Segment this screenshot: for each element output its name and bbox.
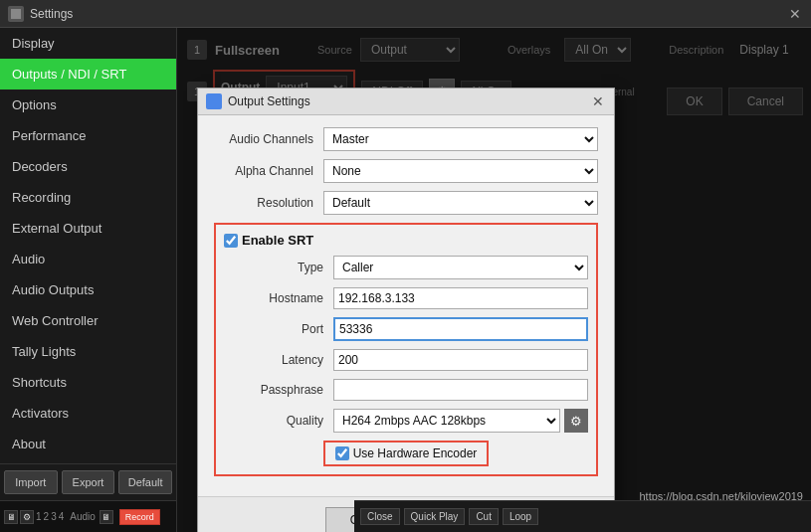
track-num-4: 4 [59, 511, 65, 522]
srt-latency-row: Latency [224, 349, 588, 371]
record-button[interactable]: Record [119, 509, 160, 525]
sidebar-item-outputs-ndi-srt[interactable]: Outputs / NDI / SRT [0, 59, 176, 89]
quality-select[interactable]: H264 2mbps AAC 128kbps [333, 409, 560, 433]
quality-row: Quality H264 2mbps AAC 128kbps ⚙ [224, 409, 588, 433]
srt-passphrase-label: Passphrase [224, 383, 333, 397]
audio-channels-label: Audio Channels [214, 132, 323, 146]
close-playback-button[interactable]: Close [360, 508, 400, 525]
track-num-1: 1 [36, 511, 42, 522]
output-settings-modal: Output Settings ✕ Audio Channels Master … [197, 88, 615, 532]
srt-hostname-label: Hostname [224, 291, 333, 305]
resolution-select[interactable]: Default [323, 191, 598, 215]
monitor2-icon[interactable]: 🖥 [100, 510, 113, 524]
modal-title-bar: Output Settings ✕ [198, 89, 614, 115]
enable-srt-label[interactable]: Enable SRT [224, 233, 313, 248]
sidebar-item-about[interactable]: About [0, 429, 176, 459]
srt-section: Enable SRT Type Caller Hostname [214, 223, 598, 476]
srt-type-row: Type Caller [224, 256, 588, 279]
window-title: Settings [30, 7, 73, 21]
sidebar-item-audio[interactable]: Audio [0, 244, 176, 274]
sidebar-nav: Display Outputs / NDI / SRT Options Perf… [0, 28, 176, 463]
modal-overlay: Output Settings ✕ Audio Channels Master … [177, 28, 811, 532]
audio-channels-select[interactable]: Master [323, 127, 598, 151]
srt-type-select[interactable]: Caller [333, 256, 588, 279]
srt-hostname-row: Hostname [224, 287, 588, 309]
srt-header: Enable SRT [224, 233, 588, 248]
sidebar-item-activators[interactable]: Activators [0, 398, 176, 429]
hw-encoder-label: Use Hardware Encoder [353, 446, 478, 460]
default-button[interactable]: Default [118, 470, 172, 494]
audio-label: Audio [70, 511, 96, 522]
sidebar-item-web-controller[interactable]: Web Controller [0, 305, 176, 336]
srt-latency-label: Latency [224, 353, 333, 367]
playback-strip: 🖥 ⚙ 1 2 3 4 Audio 🖥 Record [0, 500, 176, 532]
export-button[interactable]: Export [62, 470, 115, 494]
cut-button[interactable]: Cut [469, 508, 499, 525]
track-num-2: 2 [44, 511, 50, 522]
audio-channels-row: Audio Channels Master [214, 127, 598, 151]
app-icon [8, 6, 24, 22]
srt-type-label: Type [224, 261, 333, 274]
modal-close-button[interactable]: ✕ [590, 93, 606, 109]
srt-passphrase-input[interactable] [333, 379, 588, 401]
sidebar-item-performance[interactable]: Performance [0, 120, 176, 151]
sidebar-item-display[interactable]: Display [0, 28, 176, 59]
sidebar-item-tally-lights[interactable]: Tally Lights [0, 336, 176, 367]
sidebar-footer: Import Export Default [0, 463, 176, 500]
sidebar-item-audio-outputs[interactable]: Audio Outputs [0, 274, 176, 305]
main-content: 1 Fullscreen Source Output Overlays All … [177, 28, 811, 532]
title-bar: Settings ✕ [0, 0, 811, 28]
enable-srt-checkbox[interactable] [224, 234, 238, 248]
svg-rect-0 [11, 9, 21, 19]
alpha-channel-select[interactable]: None [323, 159, 598, 183]
modal-title: Output Settings [228, 94, 584, 108]
quick-play-button[interactable]: Quick Play [404, 508, 466, 525]
resolution-label: Resolution [214, 196, 323, 210]
alpha-channel-label: Alpha Channel [214, 164, 323, 178]
modal-body: Audio Channels Master Alpha Channel None [198, 115, 614, 496]
sidebar: Display Outputs / NDI / SRT Options Perf… [0, 28, 177, 532]
app-body: Display Outputs / NDI / SRT Options Perf… [0, 28, 811, 532]
sidebar-item-decoders[interactable]: Decoders [0, 151, 176, 182]
hw-encoder-box: Use Hardware Encoder [323, 441, 490, 466]
sidebar-item-external-output[interactable]: External Output [0, 213, 176, 244]
sidebar-item-options[interactable]: Options [0, 89, 176, 120]
srt-port-input[interactable] [333, 317, 588, 341]
quality-gear-button[interactable]: ⚙ [564, 409, 588, 433]
hw-encoder-row: Use Hardware Encoder [224, 441, 588, 466]
srt-port-label: Port [224, 322, 333, 336]
srt-port-row: Port [224, 317, 588, 341]
hw-encoder-checkbox[interactable] [335, 446, 349, 460]
loop-button[interactable]: Loop [503, 508, 538, 525]
playback-bar: Close Quick Play Cut Loop [354, 500, 811, 532]
quality-label: Quality [224, 414, 333, 428]
sidebar-item-shortcuts[interactable]: Shortcuts [0, 367, 176, 398]
sidebar-item-recording[interactable]: Recording [0, 182, 176, 213]
gear-small-icon[interactable]: ⚙ [20, 510, 34, 524]
monitor-icon[interactable]: 🖥 [4, 510, 18, 524]
resolution-row: Resolution Default [214, 191, 598, 215]
srt-latency-input[interactable] [333, 349, 588, 371]
close-icon[interactable]: ✕ [787, 6, 803, 22]
svg-rect-1 [209, 96, 219, 106]
alpha-channel-row: Alpha Channel None [214, 159, 598, 183]
srt-hostname-input[interactable] [333, 287, 588, 309]
srt-passphrase-row: Passphrase [224, 379, 588, 401]
modal-icon [206, 93, 222, 109]
import-button[interactable]: Import [4, 470, 58, 494]
track-num-3: 3 [51, 511, 57, 522]
